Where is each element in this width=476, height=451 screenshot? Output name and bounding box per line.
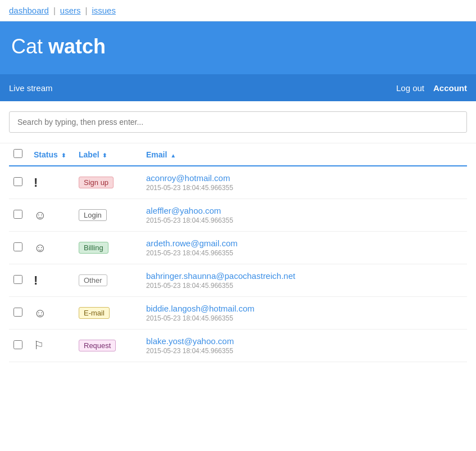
email-timestamp: 2015-05-23 18:04:45.966355 (146, 249, 463, 257)
email-sort-icon: ▲ (170, 152, 176, 159)
table-container: Status ⬍ Label ⬍ Email ▲ !Sign upaconroy… (0, 143, 476, 362)
email-cell: ardeth.rowe@gmail.com2015-05-23 18:04:45… (142, 232, 467, 264)
label-badge: Login (79, 209, 107, 221)
label-badge: Sign up (79, 177, 114, 188)
email-cell: aleffler@yahoo.com2015-05-23 18:04:45.96… (142, 199, 467, 232)
table-row: ⚐Requestblake.yost@yahoo.com2015-05-23 1… (9, 330, 467, 362)
table-row: ☺E-mailbiddie.langosh@hotmail.com2015-05… (9, 297, 467, 330)
nav-users[interactable]: users (60, 6, 81, 15)
status-cell: ⚐ (29, 330, 74, 362)
sub-nav: Live stream Log out Account (0, 74, 476, 101)
tag-icon: ⚐ (34, 339, 44, 351)
row-checkbox[interactable] (13, 275, 22, 284)
sub-nav-left: Live stream (9, 83, 53, 93)
label-cell: Request (74, 330, 142, 362)
email-link[interactable]: biddie.langosh@hotmail.com (146, 304, 463, 313)
row-checkbox[interactable] (13, 308, 22, 317)
label-sort-icon: ⬍ (102, 152, 107, 159)
header-email[interactable]: Email ▲ (142, 143, 467, 166)
sub-nav-live-stream[interactable]: Live stream (9, 83, 53, 93)
label-header-label: Label (79, 150, 99, 159)
email-header-label: Email (146, 150, 167, 159)
email-cell: bahringer.shaunna@pacochastreich.net2015… (142, 264, 467, 297)
row-checkbox[interactable] (13, 210, 22, 219)
smiley-icon: ☺ (34, 241, 46, 255)
email-timestamp: 2015-05-23 18:04:45.966355 (146, 314, 463, 322)
select-all-checkbox[interactable] (13, 149, 22, 158)
label-badge: Other (79, 274, 107, 286)
nav-sep-2: | (85, 6, 88, 15)
email-timestamp: 2015-05-23 18:04:45.966355 (146, 347, 463, 355)
email-link[interactable]: bahringer.shaunna@pacochastreich.net (146, 271, 463, 281)
nav-dashboard[interactable]: dashboard (9, 6, 49, 15)
label-cell: E-mail (74, 297, 142, 330)
label-cell: Login (74, 199, 142, 232)
nav-sep-1: | (53, 6, 56, 15)
table-row: ☺Billingardeth.rowe@gmail.com2015-05-23 … (9, 232, 467, 264)
title-bold: watch (48, 35, 106, 58)
email-cell: blake.yost@yahoo.com2015-05-23 18:04:45.… (142, 330, 467, 362)
header-label[interactable]: Label ⬍ (74, 143, 142, 166)
status-sort-icon: ⬍ (61, 152, 66, 159)
users-table: Status ⬍ Label ⬍ Email ▲ !Sign upaconroy… (9, 143, 467, 362)
label-cell: Other (74, 264, 142, 297)
email-link[interactable]: aconroy@hotmail.com (146, 173, 463, 183)
top-nav: dashboard | users | issues (0, 0, 476, 21)
row-checkbox[interactable] (13, 242, 22, 251)
exclaim-icon: ! (34, 273, 38, 287)
row-checkbox[interactable] (13, 177, 22, 186)
sub-nav-right: Log out Account (396, 83, 467, 93)
email-cell: biddie.langosh@hotmail.com2015-05-23 18:… (142, 297, 467, 330)
label-badge: Billing (79, 242, 108, 254)
email-link[interactable]: aleffler@yahoo.com (146, 206, 463, 215)
header-checkbox-col (9, 143, 29, 166)
status-cell: ☺ (29, 297, 74, 330)
hero-banner: Cat watch (0, 21, 476, 74)
label-badge: E-mail (79, 307, 110, 319)
table-row: !Otherbahringer.shaunna@pacochastreich.n… (9, 264, 467, 297)
exclaim-icon: ! (34, 175, 38, 190)
label-cell: Sign up (74, 166, 142, 199)
email-link[interactable]: blake.yost@yahoo.com (146, 336, 463, 346)
status-cell: ☺ (29, 199, 74, 232)
logout-button[interactable]: Log out (396, 83, 424, 93)
title-normal: Cat (11, 35, 48, 58)
account-button[interactable]: Account (433, 83, 467, 93)
table-row: !Sign upaconroy@hotmail.com2015-05-23 18… (9, 166, 467, 199)
email-cell: aconroy@hotmail.com2015-05-23 18:04:45.9… (142, 166, 467, 199)
row-checkbox[interactable] (13, 340, 22, 349)
table-header-row: Status ⬍ Label ⬍ Email ▲ (9, 143, 467, 166)
email-timestamp: 2015-05-23 18:04:45.966355 (146, 217, 463, 224)
email-timestamp: 2015-05-23 18:04:45.966355 (146, 282, 463, 290)
nav-issues[interactable]: issues (92, 6, 116, 15)
smiley-icon: ☺ (34, 306, 46, 320)
table-row: ☺Loginaleffler@yahoo.com2015-05-23 18:04… (9, 199, 467, 232)
email-timestamp: 2015-05-23 18:04:45.966355 (146, 184, 463, 192)
smiley-icon: ☺ (34, 208, 46, 222)
status-header-label: Status (34, 150, 58, 159)
email-link[interactable]: ardeth.rowe@gmail.com (146, 238, 463, 248)
status-cell: ☺ (29, 232, 74, 264)
status-cell: ! (29, 166, 74, 199)
header-status[interactable]: Status ⬍ (29, 143, 74, 166)
label-badge: Request (79, 340, 116, 351)
search-input[interactable] (9, 111, 467, 133)
search-container (0, 101, 476, 143)
status-cell: ! (29, 264, 74, 297)
label-cell: Billing (74, 232, 142, 264)
app-title: Cat watch (11, 35, 465, 58)
